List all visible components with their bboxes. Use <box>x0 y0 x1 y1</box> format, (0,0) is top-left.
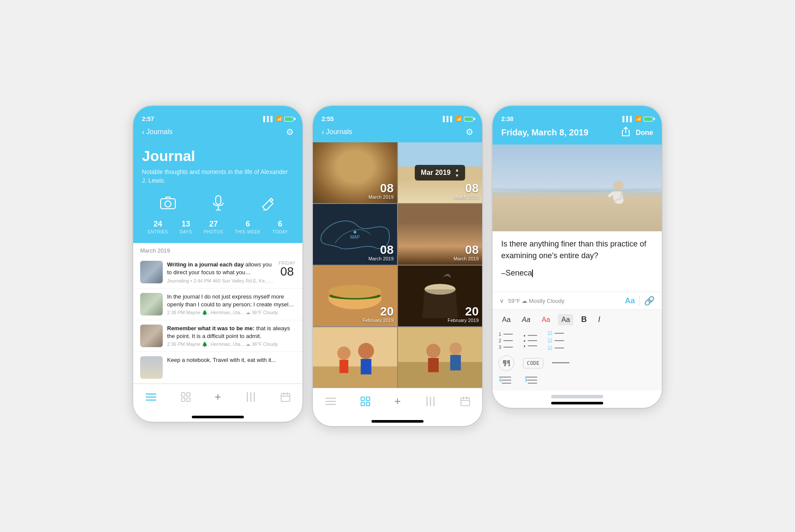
phone3-header: Friday, March 8, 2019 Done <box>493 124 662 144</box>
phone3-nav-right: Done <box>622 127 653 138</box>
stat-days-value: 13 <box>181 220 190 229</box>
numbered-list-btn[interactable]: 1 2 3 <box>499 332 513 350</box>
phone1-header: ‹ Journals ⚙ Journal Notable thoughts an… <box>133 124 302 243</box>
grid-date-coffee: 20 February 2019 <box>447 305 479 323</box>
entry-info-2: In the journal I do not just express mys… <box>167 293 296 315</box>
stat-week-value: 6 <box>246 220 250 229</box>
grid-cell-dog[interactable]: 08 March 2019 <box>313 142 397 203</box>
time-1: 2:57 <box>142 115 154 122</box>
grid-cell-kids[interactable] <box>313 327 397 388</box>
phone3-date: Friday, March 8, 2019 <box>501 128 588 138</box>
tab-grid-2[interactable] <box>355 395 375 408</box>
tab-list-1[interactable] <box>140 391 162 404</box>
status-icons-2: ▌▌▌ 📶 <box>443 116 473 122</box>
font-btn-1[interactable]: Aa <box>499 314 514 325</box>
stats-row: 24 ENTRIES 13 DAYS 27 PHOTOS 6 THIS WEEK… <box>142 220 294 234</box>
stat-photos-value: 27 <box>209 220 218 229</box>
home-indicator-2 <box>371 420 424 423</box>
tab-calendar-1[interactable] <box>276 391 296 404</box>
tab-timeline-1[interactable] <box>240 391 262 404</box>
grid-date-sandwich: 20 February 2019 <box>362 305 394 323</box>
grid-cell-map[interactable]: MAP 08 March 2019 <box>313 204 397 265</box>
back-button-2[interactable]: ‹ Journals <box>322 128 352 137</box>
status-bar-1: 2:57 ▌▌▌ 📶 <box>133 110 302 124</box>
grid-cell-kids2[interactable] <box>398 327 482 388</box>
journal-entry-2[interactable]: In the journal I do not just express mys… <box>133 289 302 320</box>
formatting-divider-1 <box>639 296 640 306</box>
gear-icon-2[interactable]: ⚙ <box>466 127 473 137</box>
share-icon[interactable] <box>622 127 630 138</box>
edit-icon[interactable] <box>261 195 276 211</box>
entry-thumb-2 <box>140 293 163 315</box>
font-btn-2[interactable]: Aa <box>519 314 534 325</box>
weather-text: Mostly Cloudy <box>529 298 565 304</box>
journal-title: Journal <box>142 148 294 164</box>
check-list-btn[interactable]: ☑ ☑ ☑ <box>548 330 564 351</box>
chevron-left-icon-1: ‹ <box>142 128 145 137</box>
stat-week-label: THIS WEEK <box>235 230 261 234</box>
font-btn-3[interactable]: Aa <box>538 314 554 325</box>
grid-cell-coffee[interactable]: 20 February 2019 <box>398 266 482 326</box>
status-bar-2: 2:55 ▌▌▌ 📶 <box>313 110 482 124</box>
svg-rect-10 <box>187 393 190 396</box>
journal-entry-4[interactable]: Keep a notebook. Travel with it, eat wit… <box>133 352 302 384</box>
entry-info-4: Keep a notebook. Travel with it, eat wit… <box>167 356 296 364</box>
tab-add-1[interactable]: + <box>209 388 226 405</box>
wifi-icon-3: 📶 <box>635 116 642 122</box>
stat-today: 6 TODAY <box>273 220 288 234</box>
format-row-lists: 1 2 3 ● <box>499 330 656 351</box>
entry-text-4: Keep a notebook. Travel with it, eat wit… <box>167 356 296 364</box>
svg-point-30 <box>424 284 455 295</box>
hr-btn[interactable] <box>552 359 569 368</box>
svg-rect-11 <box>181 398 185 401</box>
camera-icon[interactable] <box>160 195 176 211</box>
entry-day-num-1: 08 <box>280 266 294 278</box>
journal-entry-1[interactable]: Writing in a journal each day allows you… <box>133 256 302 288</box>
gear-icon-1[interactable]: ⚙ <box>286 127 294 137</box>
battery-icon-3 <box>644 117 653 122</box>
stat-photos: 27 PHOTOS <box>204 220 223 234</box>
month-header: March 2019 <box>133 243 302 256</box>
tab-grid-1[interactable] <box>176 391 196 404</box>
attach-icon[interactable]: 🔗 <box>644 296 655 306</box>
attribution-text: –Seneca <box>501 269 532 277</box>
bullet-list-btn[interactable]: ● ● ● <box>523 334 537 348</box>
tab-add-2[interactable]: + <box>389 393 406 410</box>
tab-bar-2: + <box>313 388 482 418</box>
done-button[interactable]: Done <box>636 129 653 137</box>
grid-arrows: ▲ ▼ <box>455 167 459 178</box>
font-btn-4[interactable]: Aa <box>558 314 574 325</box>
tab-list-2[interactable] <box>320 395 342 408</box>
entry-quote[interactable]: Is there anything finer than this practi… <box>501 238 653 262</box>
back-button-1[interactable]: ‹ Journals <box>142 128 172 137</box>
italic-btn[interactable]: I <box>595 313 604 326</box>
outdent-btn[interactable] <box>499 375 512 387</box>
tab-timeline-2[interactable] <box>420 395 441 408</box>
chevron-left-icon-2: ‹ <box>322 128 324 137</box>
quote-block-btn[interactable] <box>499 355 514 371</box>
code-block-btn[interactable]: CODE <box>523 358 543 368</box>
wifi-icon-1: 📶 <box>276 116 283 122</box>
entry-text-1: Writing in a journal each day allows you… <box>167 261 274 276</box>
home-indicator-3 <box>551 402 603 404</box>
indent-btn[interactable] <box>525 375 538 387</box>
keyboard-bar <box>551 395 603 398</box>
grid-cell-woman[interactable]: 08 March 2019 <box>398 204 482 265</box>
microphone-icon[interactable] <box>212 195 224 211</box>
signal-icon-2: ▌▌▌ <box>443 116 454 122</box>
svg-rect-16 <box>281 394 290 401</box>
grid-cell-sandwich[interactable]: 20 February 2019 <box>313 266 397 326</box>
svg-point-21 <box>354 231 356 233</box>
grid-cell-man[interactable]: Mar 2019 ▲ ▼ 08 March 2019 <box>398 142 482 203</box>
stat-week: 6 THIS WEEK <box>235 220 261 234</box>
stat-days: 13 DAYS <box>180 220 192 234</box>
journal-entry-3[interactable]: Remember what it was to be me: that is a… <box>133 320 302 352</box>
phone-2: 2:55 ▌▌▌ 📶 ‹ Journals ⚙ <box>313 106 482 426</box>
time-3: 2:38 <box>501 115 513 122</box>
metadata-chevron-icon[interactable]: ∨ <box>499 297 504 304</box>
battery-icon-1 <box>284 117 294 122</box>
svg-rect-38 <box>398 362 482 388</box>
tab-calendar-2[interactable] <box>455 395 475 408</box>
font-format-label[interactable]: Aa <box>625 296 635 305</box>
bold-btn[interactable]: B <box>578 313 590 326</box>
